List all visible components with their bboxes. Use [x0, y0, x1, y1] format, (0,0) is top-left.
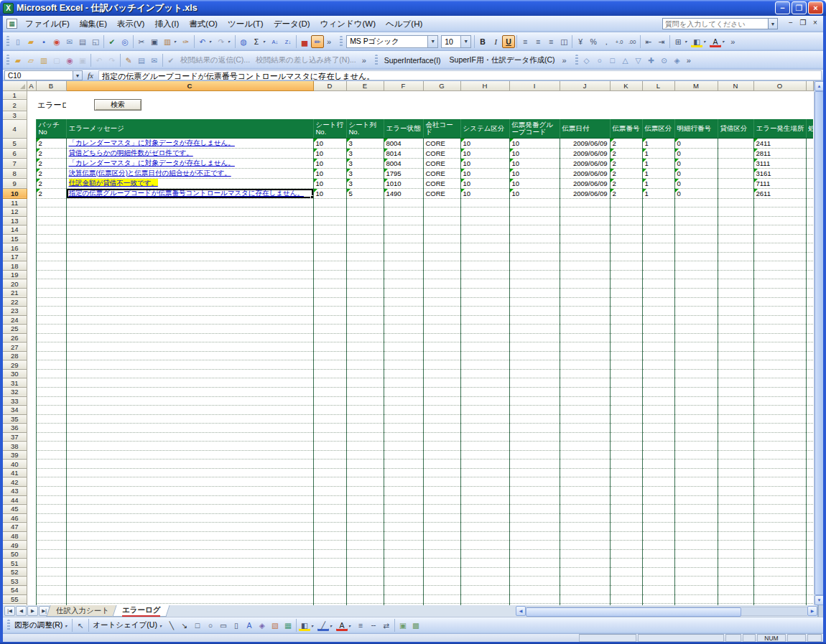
cell[interactable]: [642, 333, 674, 342]
cell[interactable]: [66, 406, 313, 415]
cell[interactable]: [509, 99, 560, 111]
cell[interactable]: [36, 549, 66, 559]
cell[interactable]: [313, 90, 346, 99]
toolbar-grip[interactable]: [375, 55, 378, 66]
cell[interactable]: [384, 315, 423, 325]
cell[interactable]: [674, 495, 718, 505]
cell[interactable]: [346, 270, 384, 279]
cell[interactable]: [27, 225, 36, 235]
row-header-50[interactable]: 50: [3, 549, 27, 559]
question-input[interactable]: [662, 18, 769, 29]
cell[interactable]: [806, 424, 813, 433]
cell[interactable]: [674, 477, 718, 487]
cell[interactable]: [753, 351, 806, 360]
table-column-header[interactable]: 伝票日付: [560, 119, 610, 138]
format-painter-icon[interactable]: ✑: [180, 35, 192, 48]
permission-icon[interactable]: ◉: [50, 35, 63, 48]
cell[interactable]: [36, 225, 66, 235]
toolbar-overflow-icon[interactable]: »: [685, 56, 693, 65]
cell[interactable]: [753, 406, 806, 415]
cell[interactable]: [346, 594, 384, 604]
cell[interactable]: [718, 450, 753, 459]
cell[interactable]: [460, 541, 509, 550]
cell[interactable]: [674, 442, 718, 451]
cell[interactable]: 1: [642, 178, 674, 188]
cell[interactable]: [642, 207, 674, 217]
cell[interactable]: [346, 351, 384, 360]
row-header-11[interactable]: 11: [3, 198, 27, 207]
cell[interactable]: [313, 216, 346, 225]
cell[interactable]: [27, 198, 36, 207]
cell[interactable]: [753, 450, 806, 459]
cell[interactable]: [674, 468, 718, 477]
cell[interactable]: [460, 342, 509, 352]
cell[interactable]: 5: [346, 188, 384, 198]
cell[interactable]: [66, 396, 313, 406]
scroll-left-icon[interactable]: ◀: [516, 606, 526, 616]
new-document-icon[interactable]: ▯: [11, 35, 24, 48]
cell[interactable]: CORE: [423, 168, 460, 178]
cell[interactable]: [610, 369, 642, 378]
column-header-N[interactable]: N: [718, 81, 753, 90]
cell[interactable]: 2411: [753, 138, 806, 148]
row-header-51[interactable]: 51: [3, 559, 27, 568]
cell[interactable]: [753, 495, 806, 505]
cell[interactable]: [423, 111, 460, 119]
cell[interactable]: [313, 559, 346, 568]
cell[interactable]: [460, 252, 509, 261]
cell[interactable]: [610, 513, 642, 523]
cell[interactable]: 貸借どちらかの明細件数がゼロ件です。: [66, 148, 313, 158]
cell[interactable]: [642, 531, 674, 541]
cell[interactable]: [642, 586, 674, 595]
cell[interactable]: [806, 207, 813, 217]
cell[interactable]: [346, 567, 384, 577]
cell[interactable]: 3: [346, 168, 384, 178]
toolbar-overflow-icon[interactable]: »: [560, 56, 569, 65]
cell[interactable]: 10: [509, 138, 560, 148]
cell[interactable]: [27, 396, 36, 406]
cell[interactable]: [753, 586, 806, 595]
cell[interactable]: [460, 523, 509, 532]
cell[interactable]: [509, 207, 560, 217]
cell[interactable]: [346, 541, 384, 550]
cell[interactable]: [509, 369, 560, 378]
cell[interactable]: [718, 360, 753, 370]
cell[interactable]: [460, 99, 509, 111]
cell[interactable]: [674, 351, 718, 360]
cell[interactable]: [560, 369, 610, 378]
cell[interactable]: [560, 594, 610, 604]
cell[interactable]: [384, 549, 423, 559]
cell[interactable]: [674, 252, 718, 261]
cell[interactable]: [423, 288, 460, 297]
superinterface-menu[interactable]: SuperInterface(I): [380, 54, 445, 67]
row-header-31[interactable]: 31: [3, 378, 27, 388]
redo-icon[interactable]: ↷: [215, 35, 228, 48]
cell[interactable]: [27, 505, 36, 514]
cell[interactable]: 2009/06/09: [560, 168, 610, 178]
cell[interactable]: [36, 261, 66, 271]
insert-function-icon[interactable]: fx: [83, 71, 98, 80]
cell[interactable]: [806, 468, 813, 477]
cell[interactable]: [642, 577, 674, 586]
cell[interactable]: [460, 487, 509, 496]
cell[interactable]: [610, 523, 642, 532]
row-header-22[interactable]: 22: [3, 297, 27, 307]
cell[interactable]: [313, 234, 346, 243]
tab-split-handle[interactable]: [817, 605, 823, 617]
cell-c2[interactable]: 検索: [66, 99, 313, 111]
cell[interactable]: 2: [610, 178, 642, 188]
cell[interactable]: [313, 325, 346, 334]
insert-picture-icon[interactable]: ▦: [282, 619, 294, 632]
cell[interactable]: [423, 325, 460, 334]
cell[interactable]: [642, 559, 674, 568]
row-header-26[interactable]: 26: [3, 333, 27, 342]
cell[interactable]: [642, 387, 674, 396]
cell[interactable]: [384, 288, 423, 297]
cell[interactable]: [509, 307, 560, 316]
table-column-header[interactable]: 伝票番号: [610, 119, 642, 138]
cell[interactable]: CORE: [423, 178, 460, 188]
cell[interactable]: [313, 468, 346, 477]
cell[interactable]: 2009/06/09: [560, 188, 610, 198]
cell[interactable]: [36, 325, 66, 334]
cell[interactable]: [674, 342, 718, 352]
